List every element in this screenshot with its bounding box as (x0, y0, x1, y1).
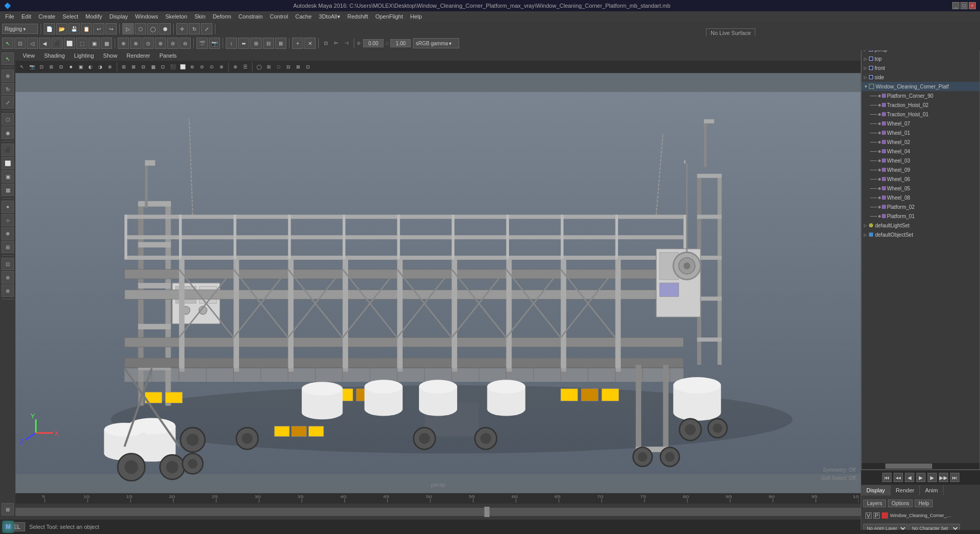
layer-item[interactable]: V P Window_Cleaning_Corner_Platf (863, 510, 978, 521)
outliner-hscrollbar-thumb[interactable] (885, 464, 933, 469)
vp-shadow[interactable]: ◑ (96, 62, 105, 72)
tree-item-wheel-06[interactable]: Wheel_06 (862, 174, 979, 184)
left-rotate[interactable]: ↻ (2, 83, 14, 95)
vp-light-shading[interactable]: ◐ (86, 62, 95, 72)
vp-fit[interactable]: ⊡ (37, 62, 46, 72)
menu-edit[interactable]: Edit (19, 12, 34, 21)
tb2-render[interactable]: 🎬 (196, 38, 208, 49)
tb2-manip1[interactable]: ⊟ (263, 38, 274, 49)
tree-item-objectset[interactable]: ▷ defaultObjectSet (862, 230, 979, 239)
tb2-cam3[interactable]: ⊣ (342, 39, 351, 48)
3d-viewport[interactable]: X Y Z persp Symmetry: Off Soft Select: O… (15, 73, 861, 493)
vp-cameras[interactable]: ⊠ (129, 62, 138, 72)
vp-stereo[interactable]: ⊠ (294, 62, 303, 72)
anim-prev-key[interactable]: ◂◂ (894, 473, 903, 482)
vp-nurbs[interactable]: ⊡ (158, 62, 168, 72)
left-poly4[interactable]: ▦ (2, 184, 14, 196)
layer-p-checkbox[interactable]: P (874, 512, 880, 519)
outliner-hscrollbar[interactable] (862, 463, 979, 469)
tb2-face[interactable]: ▣ (88, 38, 100, 49)
tree-item-traction-hoist-01[interactable]: Traction_Hoist_01 (862, 110, 979, 119)
menu-modify[interactable]: Modify (82, 12, 105, 21)
layers-help-btn[interactable]: Help (915, 500, 933, 507)
menu-control[interactable]: Control (267, 12, 291, 21)
tb2-marquee[interactable]: ⊡ (14, 38, 26, 49)
tb2-obj-sel[interactable]: ⬛ (51, 38, 63, 49)
menu-create[interactable]: Create (35, 12, 59, 21)
left-paint[interactable]: ◉ (2, 127, 14, 139)
left-extras[interactable]: ⊕ (2, 284, 14, 297)
vmenu-renderer[interactable]: Renderer (122, 51, 154, 60)
anim-next-key[interactable]: ▶▶ (939, 473, 948, 482)
anim-play-fwd[interactable]: ▶ (916, 473, 925, 482)
restore-button[interactable]: □ (960, 2, 968, 9)
vp-bookmark[interactable]: ⊞ (264, 62, 274, 72)
viewport[interactable]: View Shading Lighting Show Renderer Pane… (15, 50, 861, 493)
vp-resolution[interactable]: □ (274, 62, 283, 72)
tree-item-top[interactable]: ▷ top (862, 54, 979, 63)
tree-item-front[interactable]: ▷ front (862, 63, 979, 73)
minimize-button[interactable]: _ (952, 2, 959, 9)
tree-item-platform-01[interactable]: Platform_01 (862, 211, 979, 221)
left-rig3[interactable]: ❋ (2, 227, 14, 240)
tree-item-wheel-08[interactable]: Wheel_08 (862, 193, 979, 202)
tree-item-wheel-04[interactable]: Wheel_04 (862, 147, 979, 156)
timeline-slider-area[interactable] (0, 504, 861, 520)
vp-subdiv[interactable]: ⬜ (178, 62, 187, 72)
vmenu-lighting[interactable]: Lighting (70, 51, 98, 60)
tb2-edge[interactable]: ⬚ (76, 38, 87, 49)
redo-btn[interactable]: ↪ (105, 23, 117, 34)
vp-frame[interactable]: ⊞ (47, 62, 56, 72)
menu-display[interactable]: Display (106, 12, 131, 21)
tb2-xform1[interactable]: ↕ (226, 38, 237, 49)
paint-btn[interactable]: ◯ (147, 23, 158, 34)
tb2-ipr[interactable]: 📷 (209, 38, 220, 49)
menu-redshift[interactable]: Redshift (344, 12, 371, 21)
vmenu-show[interactable]: Show (99, 51, 122, 60)
left-move[interactable]: ⊕ (2, 69, 14, 82)
vp-solid[interactable]: ■ (66, 62, 76, 72)
vmenu-view[interactable]: View (19, 51, 39, 60)
vp-tex[interactable]: ▣ (76, 62, 85, 72)
module-dropdown[interactable]: Rigging ▾ (2, 24, 38, 34)
rtab-anim[interactable]: Anim (920, 485, 943, 495)
vmenu-panels[interactable]: Panels (155, 51, 181, 60)
select-btn[interactable]: ▷ (122, 23, 134, 34)
timeline-track[interactable] (0, 508, 861, 516)
tb2-uvmap[interactable]: ▦ (101, 38, 112, 49)
tb2-vert[interactable]: ⬜ (64, 38, 75, 49)
layer-v-checkbox[interactable]: V (865, 512, 872, 519)
menu-cache[interactable]: Cache (292, 12, 315, 21)
tb2-cross[interactable]: ✕ (304, 38, 316, 49)
menu-3dtoall[interactable]: 3DtoAll▾ (316, 12, 343, 21)
tree-item-wcc-group[interactable]: ▼ Window_Cleaning_Corner_Platf (862, 82, 979, 91)
tree-item-wheel-02[interactable]: Wheel_02 (862, 137, 979, 147)
menu-select[interactable]: Select (60, 12, 82, 21)
vp-multisampling[interactable]: ⊡ (303, 62, 313, 72)
vp-hair[interactable]: ⊘ (197, 62, 207, 72)
anim-prev-frame[interactable]: ◀ (905, 473, 914, 482)
tb2-paint[interactable]: ◀ (39, 38, 50, 49)
vp-xray[interactable]: ⊕ (105, 62, 115, 72)
tb2-grid[interactable]: ⊞ (250, 38, 262, 49)
vp-noise[interactable]: ⊟ (284, 62, 293, 72)
tree-item-platform-02[interactable]: Platform_02 (862, 202, 979, 211)
tb2-snap6[interactable]: ⊖ (179, 38, 191, 49)
rotate-btn[interactable]: ↻ (189, 23, 200, 34)
menu-help[interactable]: Help (407, 12, 425, 21)
tb2-lasso[interactable]: ◁ (27, 38, 38, 49)
menu-constrain[interactable]: Constrain (235, 12, 266, 21)
vp-fluids[interactable]: ⊛ (188, 62, 197, 72)
open-btn[interactable]: 📂 (56, 23, 67, 34)
anim-next-frame[interactable]: ▶ (928, 473, 937, 482)
vp-joints[interactable]: ⊟ (139, 62, 148, 72)
tree-item-wheel-07[interactable]: Wheel_07 (862, 119, 979, 128)
tree-item-wheel-09[interactable]: Wheel_09 (862, 165, 979, 174)
left-rig2[interactable]: ⊹ (2, 214, 14, 226)
left-poly2[interactable]: ⬜ (2, 157, 14, 169)
options-btn[interactable]: Options (888, 500, 913, 507)
left-select-tool[interactable]: ↖ (2, 52, 14, 65)
vp-select[interactable]: ↖ (17, 62, 27, 72)
left-poly3[interactable]: ▣ (2, 170, 14, 183)
tree-item-traction-hoist-02[interactable]: Traction_Hoist_02 (862, 100, 979, 110)
